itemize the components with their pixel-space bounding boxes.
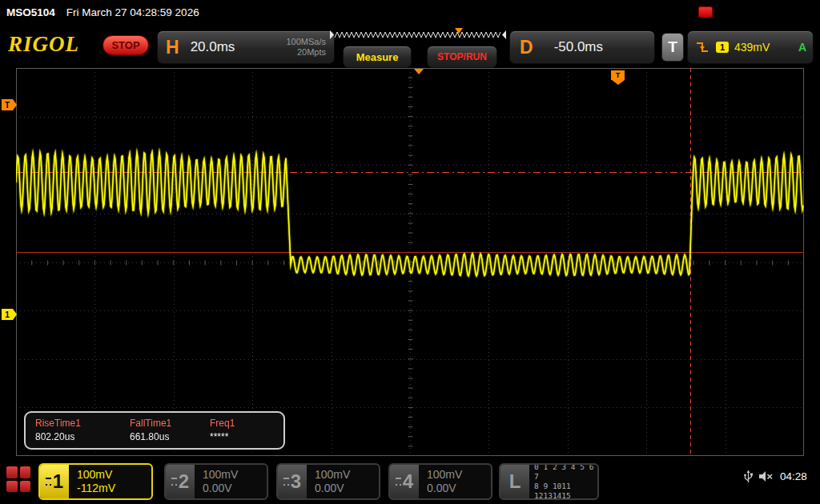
trigger-sweep-mode: A — [798, 41, 806, 54]
rigol-logo: RIGOL — [8, 32, 79, 57]
horizontal-position-marker[interactable] — [414, 69, 424, 74]
record-status-icon — [698, 6, 713, 18]
channel-2-box[interactable]: 2 100mV 0.00V — [164, 463, 268, 500]
channel-3-offset: 0.00V — [315, 482, 379, 495]
trigger-label: T — [661, 33, 684, 62]
measurement-value: 661.80us — [130, 431, 210, 442]
digital-row-8-15: 8 9 1011 12131415 — [534, 482, 597, 500]
waveform-preview-strip[interactable] — [330, 28, 506, 43]
coupling-icon — [171, 478, 177, 486]
channel-4-number: 4 — [390, 465, 419, 498]
measurement-name: FallTime1 — [130, 418, 210, 429]
preview-zigzag-icon — [330, 28, 506, 43]
delay-settings-button[interactable]: D -50.0ms — [509, 30, 655, 64]
delay-value: -50.0ms — [554, 39, 603, 55]
digital-channels-box[interactable]: L 0 1 2 3 4 5 6 7 8 9 1011 12131415 — [499, 463, 599, 500]
channel-3-scale: 100mV — [315, 468, 379, 482]
channel-status-bar: 1 100mV -112mV 2 100mV 0.00V 3 100mV 0.0… — [0, 460, 820, 504]
acquisition-info: 100MSa/s 20Mpts — [286, 37, 326, 58]
coupling-icon — [283, 478, 289, 486]
trigger-slope-icon — [694, 40, 710, 54]
trigger-level-marker[interactable]: T — [2, 99, 13, 110]
channel-4-offset: 0.00V — [427, 482, 491, 495]
digital-row-0-7: 0 1 2 3 4 5 6 7 — [534, 463, 597, 482]
coupling-icon — [396, 478, 401, 486]
measurement-panel: RiseTime1 802.20us FallTime1 661.80us Fr… — [24, 411, 285, 450]
top-info-bar: MSO5104 Fri March 27 04:28:59 2026 — [0, 0, 820, 24]
delay-label: D — [520, 37, 533, 58]
model-name: MSO5104 — [6, 6, 55, 18]
stop-run-button[interactable]: STOP/RUN — [427, 46, 497, 68]
sample-rate-value: 100MSa/s — [286, 37, 326, 47]
measurement-item: FallTime1 661.80us — [130, 418, 210, 448]
header-bar: RIGOL STOP H 20.0ms 100MSa/s 20Mpts Meas… — [0, 24, 820, 68]
digital-channels-label: L — [500, 465, 529, 498]
datetime-text: Fri March 27 04:28:59 2026 — [66, 6, 199, 18]
channel-1-number: 1 — [40, 465, 69, 498]
channel-1-scale: 100mV — [77, 468, 151, 482]
measurement-item: RiseTime1 802.20us — [35, 418, 130, 448]
trigger-settings-button[interactable]: T 1 439mV A — [661, 30, 814, 64]
usb-icon — [743, 469, 754, 485]
run-state-badge[interactable]: STOP — [102, 35, 149, 55]
channel-4-scale: 100mV — [427, 468, 491, 482]
channel-2-number: 2 — [166, 465, 195, 498]
measure-button[interactable]: Measure — [343, 46, 412, 68]
channel1-offset-marker[interactable]: 1 — [2, 309, 13, 320]
waveform-display[interactable] — [16, 68, 804, 456]
trigger-position-flag[interactable]: T — [611, 70, 625, 80]
horizontal-label: H — [166, 37, 179, 58]
channel-4-box[interactable]: 4 100mV 0.00V — [388, 463, 492, 500]
trigger-level-value: 439mV — [734, 41, 770, 54]
menu-icon[interactable] — [6, 466, 30, 492]
coupling-icon — [46, 478, 51, 486]
measurement-value: ***** — [210, 431, 282, 442]
measurement-value: 802.20us — [35, 431, 130, 442]
channel-1-offset: -112mV — [77, 482, 151, 495]
channel-2-offset: 0.00V — [203, 482, 267, 495]
measurement-name: Freq1 — [210, 418, 282, 429]
memory-depth-value: 20Mpts — [297, 47, 326, 58]
channel-3-number: 3 — [278, 465, 307, 498]
horizontal-settings-button[interactable]: H 20.0ms 100MSa/s 20Mpts — [157, 30, 335, 64]
channel-2-scale: 100mV — [203, 468, 267, 482]
measurement-item: Freq1 ***** — [210, 418, 282, 448]
measurement-name: RiseTime1 — [35, 418, 130, 429]
speaker-muted-icon — [758, 470, 774, 483]
trigger-source-badge: 1 — [716, 42, 729, 53]
oscilloscope-screen: { "top_bar": { "model": "MSO5104", "date… — [0, 0, 820, 504]
channel-1-box[interactable]: 1 100mV -112mV — [38, 463, 153, 500]
trigger-info: 1 439mV A — [687, 30, 814, 64]
clock-text: 04:28 — [780, 470, 807, 482]
timebase-value: 20.0ms — [191, 39, 235, 55]
channel-3-box[interactable]: 3 100mV 0.00V — [276, 463, 380, 500]
